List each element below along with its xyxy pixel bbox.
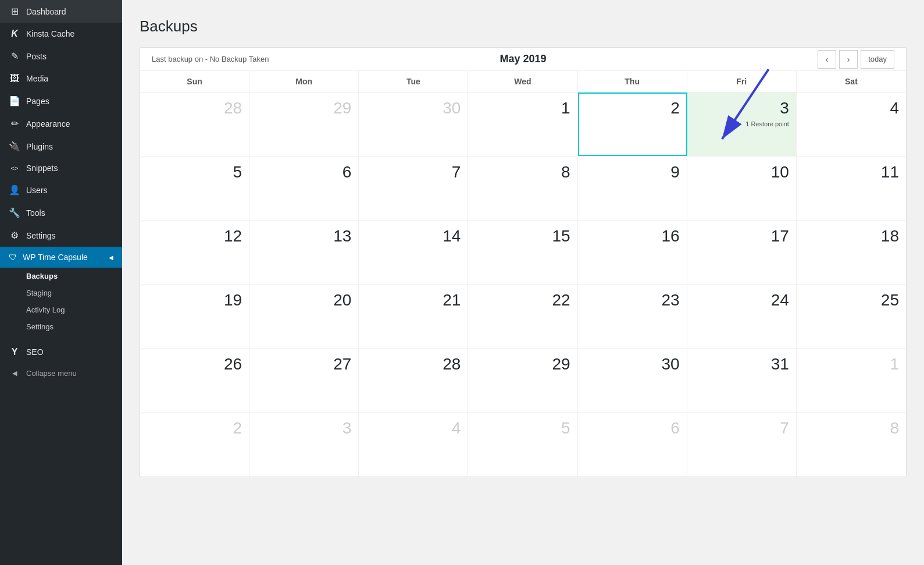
calendar-cell-3-5: 24 — [687, 285, 797, 348]
sidebar-item-media[interactable]: 🖼 Media — [0, 67, 122, 90]
cell-day-number: 1 — [890, 354, 899, 374]
cell-day-number: 11 — [881, 162, 899, 182]
activity-log-label: Activity Log — [26, 305, 65, 314]
backup-status: Last backup on - No Backup Taken — [152, 55, 269, 63]
calendar-cell-5-1: 3 — [249, 413, 359, 477]
calendar-cell-2-5: 17 — [687, 221, 797, 284]
sidebar-collapse-menu[interactable]: ◀ Collapse menu — [0, 363, 122, 383]
sidebar-item-label: Users — [26, 186, 48, 195]
settings-icon: ⚙ — [9, 230, 20, 241]
sidebar-item-dashboard[interactable]: ⊞ Dashboard — [0, 0, 122, 23]
day-header-mon: Mon — [249, 71, 359, 92]
calendar-cell-0-4[interactable]: 2 — [578, 93, 687, 156]
cell-day-number: 23 — [662, 290, 680, 310]
wptc-icon: 🛡 — [9, 253, 17, 262]
cell-day-number: 12 — [224, 226, 242, 246]
cell-day-number: 15 — [552, 226, 570, 246]
day-header-wed: Wed — [468, 71, 577, 92]
day-header-fri: Fri — [687, 71, 797, 92]
cell-day-number: 6 — [343, 162, 352, 182]
sidebar-sub-staging[interactable]: Staging — [0, 285, 122, 301]
cell-day-number: 7 — [780, 418, 789, 438]
calendar-cell-5-6: 8 — [797, 413, 906, 477]
main-content: Backups Last backup on - No Backup Taken… — [122, 0, 924, 565]
pages-icon: 📄 — [9, 95, 20, 106]
calendar-body: 2829301231 Restore point4567891011121314… — [140, 93, 906, 477]
sidebar-item-posts[interactable]: ✎ Posts — [0, 45, 122, 67]
calendar-cell-2-1: 13 — [249, 221, 359, 284]
cell-day-number: 13 — [333, 226, 351, 246]
cell-day-number: 8 — [890, 418, 899, 438]
calendar-cell-4-3: 29 — [468, 349, 577, 412]
sidebar-item-settings[interactable]: ⚙ Settings — [0, 224, 122, 247]
calendar-cell-0-5[interactable]: 31 Restore point — [687, 93, 797, 156]
sidebar-item-tools[interactable]: 🔧 Tools — [0, 201, 122, 224]
sidebar-item-appearance[interactable]: ✏ Appearance — [0, 112, 122, 135]
sidebar-item-label: Settings — [26, 231, 56, 240]
today-button[interactable]: today — [861, 50, 894, 69]
sidebar-item-kinsta-cache[interactable]: K Kinsta Cache — [0, 23, 122, 45]
dashboard-icon: ⊞ — [9, 6, 20, 17]
sidebar-item-seo[interactable]: Y SEO — [0, 341, 122, 363]
cell-day-number: 22 — [552, 290, 570, 310]
cell-day-number: 29 — [552, 354, 570, 374]
media-icon: 🖼 — [9, 73, 20, 84]
collapse-icon: ◀ — [9, 369, 20, 377]
cell-day-number: 27 — [333, 354, 351, 374]
cell-day-number: 17 — [771, 226, 789, 246]
cell-day-number: 14 — [443, 226, 461, 246]
month-navigation: May 2019 — [488, 53, 558, 65]
sidebar-sub-activity-log[interactable]: Activity Log — [0, 301, 122, 318]
days-of-week-header: Sun Mon Tue Wed Thu Fri Sat — [140, 71, 906, 93]
calendar-cell-5-4: 6 — [578, 413, 687, 477]
plugins-icon: 🔌 — [9, 141, 20, 152]
sidebar-item-plugins[interactable]: 🔌 Plugins — [0, 135, 122, 158]
cell-day-number: 1 — [561, 98, 570, 118]
cell-day-number: 4 — [890, 98, 899, 118]
calendar-week-4: 2627282930311 — [140, 349, 906, 413]
calendar-cell-3-6: 25 — [797, 285, 906, 348]
posts-icon: ✎ — [9, 51, 20, 62]
sidebar-item-snippets[interactable]: <> Snippets — [0, 158, 122, 179]
next-month-button[interactable]: › — [839, 50, 858, 69]
sidebar-wptc-header[interactable]: 🛡 WP Time Capsule ◀ — [0, 247, 122, 268]
calendar-cell-4-5: 31 — [687, 349, 797, 412]
prev-month-button[interactable]: ‹ — [818, 50, 836, 69]
calendar-cell-0-1: 29 — [249, 93, 359, 156]
cell-day-number: 8 — [561, 162, 570, 182]
calendar-cell-2-3: 15 — [468, 221, 577, 284]
calendar-cell-0-6: 4 — [797, 93, 906, 156]
next-icon: › — [847, 55, 850, 64]
calendar-week-0: 2829301231 Restore point4 — [140, 93, 906, 157]
cell-day-number: 10 — [771, 162, 789, 182]
day-header-thu: Thu — [578, 71, 687, 92]
calendar-grid: Sun Mon Tue Wed Thu Fri Sat 2829301231 R… — [140, 71, 906, 477]
calendar-cell-3-2: 21 — [359, 285, 468, 348]
sidebar-sub-wptc-settings[interactable]: Settings — [0, 318, 122, 335]
cell-day-number: 18 — [881, 226, 899, 246]
seo-icon: Y — [9, 347, 20, 357]
cell-day-number: 31 — [771, 354, 789, 374]
calendar-week-3: 19202122232425 — [140, 285, 906, 349]
calendar-header: Last backup on - No Backup Taken May 201… — [140, 48, 906, 71]
wptc-chevron-icon: ◀ — [109, 254, 113, 261]
calendar-cell-4-2: 28 — [359, 349, 468, 412]
collapse-label: Collapse menu — [26, 369, 77, 378]
calendar-cell-5-5: 7 — [687, 413, 797, 477]
calendar-cell-2-0: 12 — [140, 221, 249, 284]
staging-label: Staging — [26, 289, 52, 297]
appearance-icon: ✏ — [9, 118, 20, 129]
sidebar-item-pages[interactable]: 📄 Pages — [0, 90, 122, 112]
calendar-cell-1-5: 10 — [687, 157, 797, 220]
sidebar-sub-backups[interactable]: Backups — [0, 268, 122, 285]
cell-day-number: 2 — [670, 98, 680, 118]
sidebar-item-label: Pages — [26, 97, 49, 106]
calendar-cell-4-4: 30 — [578, 349, 687, 412]
day-header-sat: Sat — [797, 71, 906, 92]
calendar-cell-2-2: 14 — [359, 221, 468, 284]
cell-day-number: 4 — [452, 418, 461, 438]
sidebar-item-users[interactable]: 👤 Users — [0, 179, 122, 201]
cell-day-number: 21 — [443, 290, 461, 310]
cell-day-number: 6 — [670, 418, 680, 438]
calendar-cell-2-4: 16 — [578, 221, 687, 284]
